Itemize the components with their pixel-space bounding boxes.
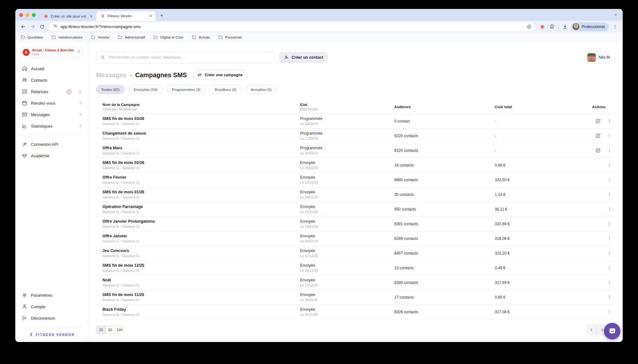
bookmark-star-icon[interactable]	[524, 22, 533, 31]
row-menu-kebab-icon[interactable]	[607, 192, 612, 197]
campaign-state: Envoyée	[300, 190, 394, 194]
search-input[interactable]	[108, 55, 270, 60]
user-menu[interactable]: Nils M.	[585, 52, 615, 63]
table-row[interactable]: Jeu Concours Garance G. / Garance G. Env…	[96, 246, 615, 261]
close-tab-icon[interactable]: ✕	[148, 13, 153, 19]
table-row[interactable]: Changement de saison Garance G. / Garanc…	[96, 129, 615, 143]
bookmark-folder[interactable]: Vendor	[91, 35, 109, 40]
filter-tab[interactable]: Envoyées (59)	[129, 85, 163, 94]
sidebar-item-accueil[interactable]: Accueil	[20, 63, 84, 74]
table-body: SMS fin de mois 03/26 Garance G. / Garan…	[96, 114, 615, 319]
create-contact-button[interactable]: Créer un contact	[279, 52, 328, 63]
campaign-send-date: Le 17/03/26	[300, 137, 394, 140]
extensions-puzzle-icon[interactable]	[547, 22, 556, 31]
url-bar[interactable]: app.fitness-booster.fr/?menu=campagne-sm…	[49, 22, 535, 31]
table-row[interactable]: SMS fin de mois 12/25 Garance G. / Garan…	[96, 261, 615, 275]
folder-icon	[118, 35, 122, 40]
new-tab-button[interactable]: +	[158, 11, 166, 20]
back-icon[interactable]	[19, 22, 27, 31]
sidebar-item-compte[interactable]: Compte	[20, 301, 84, 312]
row-menu-kebab-icon[interactable]	[607, 148, 612, 153]
filter-tab[interactable]: Brouillons (0)	[210, 85, 241, 94]
sidebar-item-academie[interactable]: Académie	[20, 150, 84, 161]
table-row[interactable]: SMS fin de mois 02/26 Garance G. / Garan…	[96, 158, 615, 173]
row-menu-kebab-icon[interactable]	[607, 221, 612, 226]
previous-page-icon[interactable]	[586, 324, 597, 336]
page-size-button[interactable]: 25	[96, 326, 106, 334]
row-menu-kebab-icon[interactable]	[607, 119, 612, 123]
sidebar-item-messages[interactable]: Messages 0	[20, 109, 84, 120]
edit-campaign-icon[interactable]	[595, 148, 601, 153]
table-row[interactable]: Black Friday Garance G. / Garance G. Env…	[96, 305, 615, 319]
sidebar-item-rendez-vous[interactable]: Rendez-vous 0	[20, 97, 84, 109]
url-text[interactable]: app.fitness-booster.fr/?menu=campagne-sm…	[61, 25, 522, 29]
row-menu-kebab-icon[interactable]	[607, 280, 612, 285]
row-menu-kebab-icon[interactable]	[607, 295, 612, 300]
table-row[interactable]: SMS fin de mois 03/26 Garance G. / Garan…	[96, 114, 615, 129]
tab-search-chevron-icon[interactable]	[612, 11, 619, 19]
browser-tab-inactive[interactable]: Créer un site pour votre web ✕	[40, 11, 96, 21]
asterisk-extension-icon[interactable]	[538, 22, 547, 31]
create-campaign-button[interactable]: Créer une campagne	[193, 70, 247, 80]
download-icon[interactable]	[560, 22, 569, 31]
close-tab-icon[interactable]: ✕	[89, 14, 94, 19]
table-row[interactable]: Offre Janvier Garance G. / Garance G. En…	[96, 231, 615, 246]
table-row[interactable]: Offre Mars Garance G. / Garance G. Progr…	[96, 143, 615, 158]
campaign-name: SMS fin de mois 01/26	[102, 190, 300, 194]
row-menu-kebab-icon[interactable]	[607, 133, 612, 138]
table-row[interactable]: SMS fin de mois 01/26 Garance G. / Garan…	[96, 187, 615, 202]
sidebar-item-relances[interactable]: Relances ! 11	[20, 86, 84, 97]
table-row[interactable]: Offre Février Garance G. / Garance G. En…	[96, 173, 615, 187]
row-menu-kebab-icon[interactable]	[607, 207, 612, 212]
campaign-send-date: Le 13/01/26	[300, 225, 394, 228]
sidebar-item-count: 11	[78, 90, 82, 93]
header-name: Nom de la Campagne Créée par / Modifiée …	[96, 103, 300, 111]
browser-menu-kebab-icon[interactable]	[611, 22, 619, 31]
row-menu-kebab-icon[interactable]	[607, 177, 612, 182]
minimize-window-button[interactable]	[26, 13, 29, 17]
bookmark-folder[interactable]: Administratif	[118, 35, 145, 40]
page-size-button[interactable]: 100	[115, 326, 124, 334]
browser-profile-chip[interactable]: Professionnel	[571, 22, 609, 31]
table-row[interactable]: SMS fin de mois 11/25 Garance G. / Garan…	[96, 290, 615, 305]
filter-tab[interactable]: Toutes (62)	[96, 85, 125, 94]
campaign-cost: 1,14 €	[495, 192, 588, 197]
sidebar-item-parametres[interactable]: Paramètres	[20, 289, 84, 301]
sidebar-item-contacts[interactable]: Contacts	[20, 74, 84, 86]
table-row[interactable]: Opération Parrainage Garance G. / Garanc…	[96, 202, 615, 217]
row-menu-kebab-icon[interactable]	[607, 251, 612, 256]
sidebar-item-deconnexion[interactable]: Déconnexion	[20, 312, 84, 324]
chat-widget-button[interactable]	[604, 323, 620, 339]
bookmark-folder[interactable]: Digital et Com	[153, 35, 183, 40]
row-menu-kebab-icon[interactable]	[607, 236, 612, 241]
row-menu-kebab-icon[interactable]	[607, 265, 612, 270]
edit-campaign-icon[interactable]	[595, 133, 601, 138]
gear-icon	[22, 292, 27, 298]
bookmark-folder[interactable]: Personnel	[218, 35, 242, 40]
zoom-window-button[interactable]	[32, 13, 36, 17]
reload-icon[interactable]	[38, 22, 47, 31]
browser-tab-active[interactable]: Fitness Vendor ✕	[96, 11, 156, 21]
table-row[interactable]: Offre Janvier Prolongations Garance G. /…	[96, 217, 615, 231]
edit-campaign-icon[interactable]	[595, 118, 601, 124]
site-settings-icon[interactable]	[53, 24, 58, 30]
breadcrumb-parent[interactable]: Messages	[96, 71, 127, 79]
campaign-audience: 8457 contacts	[394, 251, 495, 256]
page-size-button[interactable]: 50	[106, 326, 115, 334]
bookmark-folder[interactable]: Achats	[192, 35, 210, 40]
close-window-button[interactable]	[19, 13, 23, 17]
workspace-selector[interactable]: A Atrium - Fitness & Bien-être Caen	[20, 47, 84, 58]
row-menu-kebab-icon[interactable]	[607, 309, 612, 314]
contact-search[interactable]	[96, 52, 274, 63]
filter-tab[interactable]: Programmées (3)	[167, 85, 205, 94]
folder-icon	[192, 35, 197, 40]
sidebar-item-statistiques[interactable]: Statistiques 0	[20, 120, 84, 132]
filter-tab[interactable]: Annulées (0)	[246, 85, 277, 94]
sidebar-item-connexion-api[interactable]: Connexion API	[20, 138, 84, 150]
row-menu-kebab-icon[interactable]	[607, 163, 612, 167]
forward-icon[interactable]	[28, 22, 37, 31]
campaign-audience: 8391 contacts	[394, 222, 495, 226]
bookmark-folder[interactable]: Hebdomadaire	[51, 35, 82, 40]
bookmark-folder[interactable]: Quotidien	[20, 35, 43, 40]
table-row[interactable]: Noël Garance G. / Garance G. Envoyée Le …	[96, 275, 615, 290]
